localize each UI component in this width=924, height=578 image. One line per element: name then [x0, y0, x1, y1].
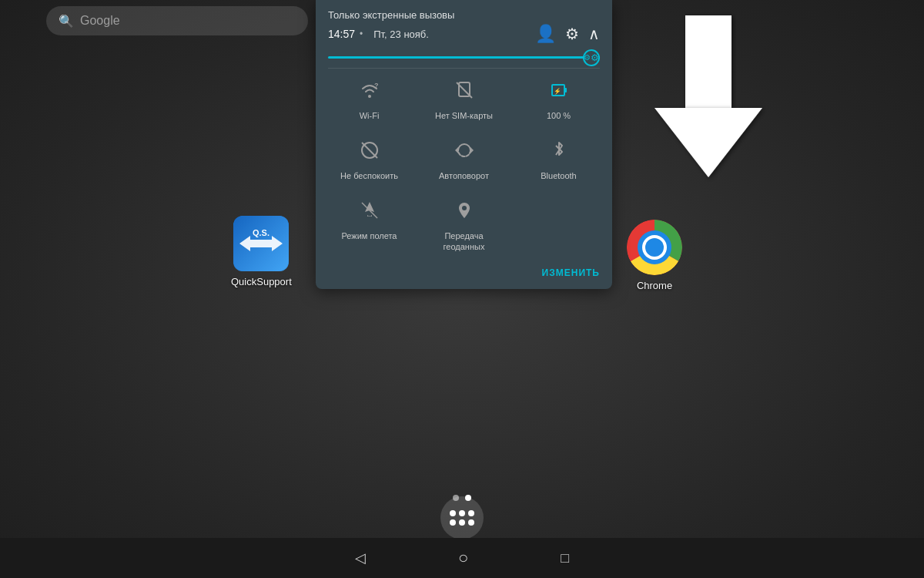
- chrome-label: Chrome: [637, 280, 672, 291]
- panel-date-sep: •: [360, 29, 363, 39]
- dnd-icon: [359, 139, 380, 166]
- arrow-annotation: [647, 8, 770, 196]
- panel-footer: ИЗМЕНИТЬ: [316, 260, 612, 289]
- tile-sim[interactable]: Нет SIM-карты: [417, 69, 511, 129]
- tile-wifi[interactable]: ? Wi-Fi: [322, 69, 417, 129]
- wifi-label: Wi-Fi: [360, 111, 380, 121]
- chrome-app[interactable]: Chrome: [627, 220, 682, 291]
- svg-point-8: [645, 238, 664, 257]
- tile-airplane[interactable]: Режим полета: [322, 189, 417, 259]
- home-button[interactable]: ○: [458, 548, 468, 568]
- quicksupport-svg: Q.S.: [233, 216, 289, 271]
- sim-label: Нет SIM-карты: [435, 111, 493, 121]
- drawer-dot: [450, 519, 456, 526]
- back-button[interactable]: ◁: [355, 549, 366, 566]
- svg-text:?: ?: [374, 82, 379, 89]
- android-desktop: 🔍 Google Q.S. QuickS: [0, 0, 924, 578]
- svg-point-22: [462, 206, 467, 210]
- tiles-grid: ? Wi-Fi Нет SIM-карты: [316, 69, 612, 260]
- quicksupport-icon-image: Q.S.: [233, 216, 289, 271]
- location-label: Передача геоданных: [423, 231, 505, 251]
- tile-location[interactable]: Передача геоданных: [417, 189, 511, 259]
- drawer-dot: [450, 510, 456, 516]
- bluetooth-label: Bluetooth: [541, 171, 576, 181]
- collapse-icon[interactable]: ∧: [588, 25, 600, 43]
- drawer-dot: [468, 519, 474, 526]
- search-bar[interactable]: 🔍 Google: [46, 6, 308, 35]
- battery-icon: ⚡: [548, 79, 570, 106]
- svg-text:⚡: ⚡: [554, 87, 561, 95]
- tile-dnd[interactable]: Не беспокоить: [322, 129, 417, 189]
- sim-icon: [454, 79, 475, 106]
- search-placeholder: Google: [80, 14, 120, 28]
- user-icon[interactable]: 👤: [535, 24, 556, 44]
- drawer-dot: [468, 510, 474, 516]
- quicksupport-label: QuickSupport: [231, 276, 292, 287]
- svg-rect-9: [685, 15, 732, 108]
- quicksupport-app[interactable]: Q.S. QuickSupport: [231, 216, 292, 287]
- drawer-dot: [459, 510, 465, 516]
- battery-label: 100 %: [547, 111, 571, 121]
- airplane-label: Режим полета: [341, 231, 397, 241]
- rotate-icon: [454, 139, 475, 166]
- brightness-thumb: ⚙: [583, 49, 600, 66]
- airplane-icon: [359, 200, 380, 227]
- settings-icon[interactable]: ⚙: [565, 25, 579, 43]
- panel-time: 14:57: [328, 28, 355, 40]
- dnd-label: Не беспокоить: [340, 171, 398, 181]
- drawer-dot: [459, 519, 465, 526]
- rotate-label: Автоповорот: [439, 171, 489, 181]
- panel-time-row: 14:57 • Пт, 23 нояб. 👤 ⚙ ∧: [328, 24, 600, 44]
- svg-marker-19: [470, 147, 474, 153]
- svg-text:Q.S.: Q.S.: [253, 228, 270, 237]
- bluetooth-icon: [548, 139, 570, 166]
- svg-marker-10: [654, 108, 762, 177]
- app-drawer-button[interactable]: [440, 496, 484, 539]
- recents-button[interactable]: □: [561, 550, 569, 566]
- notification-panel: Только экстренные вызовы 14:57 • Пт, 23 …: [316, 0, 612, 289]
- brightness-slider[interactable]: ⚙: [328, 56, 600, 59]
- svg-marker-20: [455, 147, 458, 153]
- down-arrow-svg: [647, 8, 770, 193]
- tile-rotate[interactable]: Автоповорот: [417, 129, 511, 189]
- tile-bluetooth[interactable]: Bluetooth: [511, 129, 606, 189]
- change-button[interactable]: ИЗМЕНИТЬ: [542, 267, 600, 278]
- panel-action-icons: 👤 ⚙ ∧: [535, 24, 600, 44]
- nav-bar: ◁ ○ □: [0, 538, 924, 578]
- brightness-row: ⚙: [316, 50, 612, 68]
- panel-date: Пт, 23 нояб.: [373, 29, 429, 40]
- search-icon: 🔍: [59, 14, 74, 29]
- emergency-text: Только экстренные вызовы: [328, 9, 600, 21]
- app-drawer-dots: [450, 510, 474, 526]
- location-icon: [454, 200, 475, 227]
- wifi-icon: ?: [359, 79, 380, 106]
- chrome-icon-image: [627, 220, 682, 275]
- panel-header: Только экстренные вызовы 14:57 • Пт, 23 …: [316, 0, 612, 50]
- tile-battery[interactable]: ⚡ 100 %: [511, 69, 606, 129]
- chrome-svg: [627, 220, 682, 275]
- svg-rect-15: [564, 88, 567, 92]
